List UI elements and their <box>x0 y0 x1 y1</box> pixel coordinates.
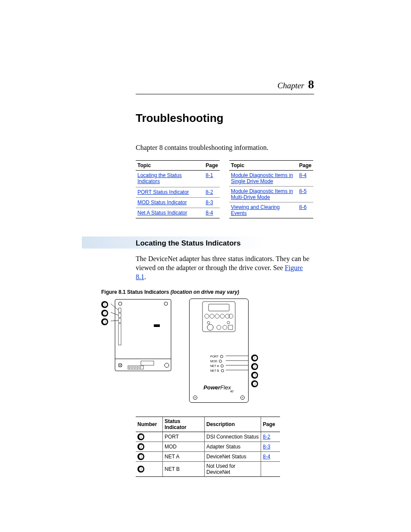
toc-page-link[interactable]: 8-4 <box>206 210 213 216</box>
indic-si: NET B <box>163 462 205 477</box>
indic-page-link[interactable]: 8-4 <box>263 454 270 460</box>
svg-point-30 <box>227 321 230 324</box>
indic-page-link[interactable]: 8-2 <box>263 434 270 440</box>
svg-point-33 <box>223 325 227 330</box>
toc-link[interactable]: Locating the Status Indicators <box>137 172 182 184</box>
chapter-header: Chapter 8 <box>136 78 314 91</box>
toc-page-link[interactable]: 8-3 <box>206 199 213 205</box>
svg-point-13 <box>131 367 133 368</box>
toc-page-link[interactable]: 8-4 <box>299 172 306 178</box>
toc-container: Topic Page Locating the Status Indicator… <box>136 160 314 218</box>
keypad-illustration <box>190 299 248 333</box>
led-icon <box>221 369 224 372</box>
left-callouts: ➊ ➋ ➌ <box>101 301 108 325</box>
svg-point-32 <box>217 325 221 330</box>
svg-rect-34 <box>228 325 233 330</box>
indic-si: MOD <box>163 442 205 452</box>
toc-row: PORT Status Indicator 8-2 <box>136 187 220 197</box>
screw-icon <box>193 395 197 400</box>
svg-point-25 <box>215 314 219 318</box>
toc-link[interactable]: Net A Status Indicator <box>137 210 187 216</box>
indic-row: ➊ PORT DSI Connection Status 8-2 <box>136 432 280 442</box>
svg-rect-9 <box>118 324 121 345</box>
indic-desc: DSI Connection Status <box>204 432 261 442</box>
indic-th-number: Number <box>136 417 163 432</box>
svg-point-27 <box>225 314 230 318</box>
svg-point-29 <box>207 321 210 324</box>
indic-si: NET A <box>163 452 205 462</box>
svg-rect-10 <box>141 361 154 365</box>
svg-point-14 <box>134 367 136 368</box>
toc-link[interactable]: MOD Status Indicator <box>137 199 187 205</box>
led-label-netb: NET B <box>210 368 219 373</box>
indic-desc: Not Used for DeviceNet <box>204 462 261 477</box>
header-rule <box>136 94 314 94</box>
toc-row: MOD Status Indicator 8-3 <box>136 197 220 208</box>
logo-part-b: Flex <box>220 384 231 391</box>
svg-line-19 <box>111 320 118 321</box>
svg-line-17 <box>111 304 118 310</box>
svg-point-15 <box>137 367 138 368</box>
leader-lines-icon <box>224 353 250 379</box>
figure-caption-bold: Figure 8.1 Status Indicators <box>101 289 171 295</box>
toc-row: Module Diagnostic Items in Multi-Drive M… <box>229 187 313 202</box>
led-list: PORT MOD NET A NET B <box>210 354 224 373</box>
callout-icon: ➌ <box>137 453 144 460</box>
chapter-number: 8 <box>308 78 314 91</box>
figure-area: ➊ ➋ ➌ <box>101 299 314 403</box>
toc-link[interactable]: Viewing and Clearing Events <box>231 204 280 216</box>
indic-page-link[interactable]: 8-3 <box>263 444 270 450</box>
section-heading-container: Locating the Status Indicators <box>136 238 314 249</box>
toc-row: Locating the Status Indicators 8-1 <box>136 171 220 187</box>
callout-icon: ➊ <box>137 433 144 440</box>
callout-icon: ➍ <box>137 466 144 473</box>
toc-link[interactable]: PORT Status Indicator <box>137 189 189 195</box>
page-title: Troubleshooting <box>136 112 314 125</box>
toc-header-topic: Topic <box>136 161 204 171</box>
section-heading: Locating the Status Indicators <box>136 238 314 249</box>
figure-left-group: ➊ ➋ ➌ <box>101 299 175 372</box>
toc-page-link[interactable]: 8-5 <box>299 188 306 194</box>
led-icon <box>219 360 222 363</box>
led-label-port: PORT <box>210 354 218 359</box>
chapter-label: Chapter <box>277 81 304 90</box>
led-icon <box>220 355 223 358</box>
toc-link[interactable]: Module Diagnostic Items in Single Drive … <box>231 172 293 184</box>
indic-th-si: Status Indicator <box>163 417 205 432</box>
intro-text: Chapter 8 contains troubleshooting infor… <box>136 144 314 152</box>
svg-point-23 <box>205 314 209 318</box>
led-label-neta: NET A <box>210 364 219 368</box>
svg-point-12 <box>129 367 131 368</box>
svg-line-18 <box>111 312 118 315</box>
toc-row: Net A Status Indicator 8-4 <box>136 208 220 218</box>
callout-4-icon: ➍ <box>251 380 258 387</box>
toc-page-link[interactable]: 8-6 <box>299 204 306 210</box>
toc-page-link[interactable]: 8-1 <box>206 172 213 178</box>
toc-header-topic: Topic <box>229 161 297 171</box>
figure-caption: Figure 8.1 Status Indicators (location o… <box>101 289 314 295</box>
logo-sub: 40 <box>230 390 234 393</box>
toc-row: Module Diagnostic Items in Single Drive … <box>229 171 313 187</box>
right-callouts: ➊ ➋ ➌ ➍ <box>251 355 258 387</box>
callout-3-icon: ➌ <box>251 372 258 379</box>
adapter-rear-illustration <box>111 299 175 372</box>
led-label-mod: MOD <box>210 359 217 364</box>
indicator-table: Number Status Indicator Description Page… <box>136 417 280 477</box>
body-text-b: . <box>144 273 146 280</box>
callout-2-icon: ➋ <box>101 310 108 317</box>
toc-page-link[interactable]: 8-2 <box>206 189 213 195</box>
document-page: Chapter 8 Troubleshooting Chapter 8 cont… <box>0 0 411 511</box>
powerflex-logo: PowerFlex40 <box>190 384 248 392</box>
toc-link[interactable]: Module Diagnostic Items in Multi-Drive M… <box>231 188 293 200</box>
indic-page-cell <box>261 462 280 477</box>
svg-point-26 <box>220 314 224 318</box>
svg-rect-20 <box>154 324 160 327</box>
svg-point-3 <box>164 302 168 305</box>
toc-right-table: Topic Page Module Diagnostic Items in Si… <box>229 160 313 218</box>
toc-header-page: Page <box>204 161 220 171</box>
svg-rect-0 <box>115 299 171 371</box>
svg-rect-6 <box>118 308 121 312</box>
callout-1-icon: ➊ <box>251 355 258 361</box>
svg-point-4 <box>165 363 169 367</box>
toc-header-page: Page <box>297 161 313 171</box>
